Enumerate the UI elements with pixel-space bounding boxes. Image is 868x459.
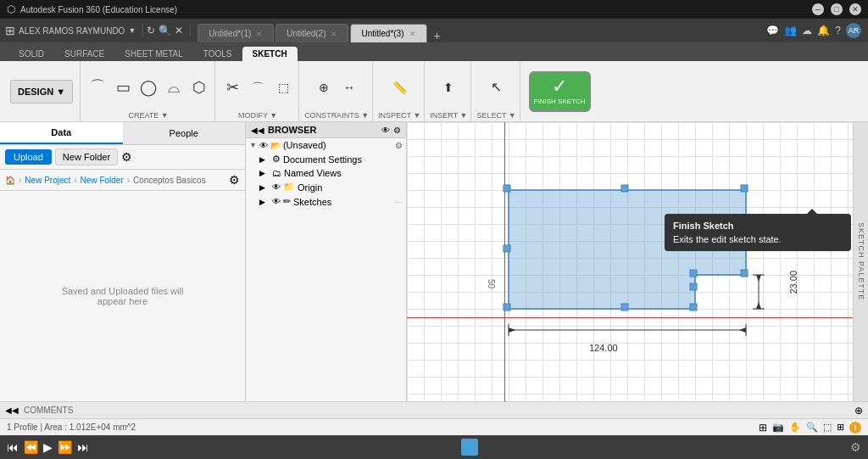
browser-root-item[interactable]: ▼ 👁 📂 (Unsaved) ⚙ (246, 138, 406, 152)
tab-untitled3[interactable]: Untitled*(3) ✕ (350, 24, 426, 42)
tab-surface[interactable]: SURFACE (54, 47, 114, 61)
constraints-label[interactable]: CONSTRAINTS ▼ (304, 109, 369, 120)
svg-marker-5 (739, 327, 746, 333)
tab-untitled2[interactable]: Untitled(2) ✕ (275, 24, 348, 42)
step-back-button[interactable]: ⏪ (24, 440, 38, 454)
coincident-button[interactable]: ⊕ (312, 67, 336, 108)
rectangle-tool-button[interactable]: ▭ (111, 67, 135, 108)
data-tab[interactable]: Data (0, 122, 123, 144)
breadcrumb-folder[interactable]: New Folder (81, 176, 124, 185)
play-button[interactable]: ▶ (43, 440, 53, 454)
zoom-button[interactable]: 🔍 (806, 422, 818, 433)
svg-rect-20 (621, 304, 628, 311)
skip-start-button[interactable]: ⏮ (7, 440, 19, 454)
user-avatar[interactable]: AR (846, 23, 861, 38)
tab-sketch[interactable]: SKETCH (242, 47, 298, 61)
upload-button[interactable]: Upload (5, 149, 52, 165)
browser-eye-button[interactable]: 👁 (381, 126, 390, 135)
finish-sketch-button[interactable]: ✓ FINISH SKETCH (529, 71, 591, 112)
origin-label: Origin (298, 182, 403, 193)
browser-collapse-button2[interactable]: ◀◀ (5, 406, 19, 415)
browser-collapse-button[interactable]: ◀◀ (251, 126, 264, 135)
svg-rect-21 (504, 245, 510, 252)
search-button[interactable]: 🔍 (159, 25, 171, 36)
browser-origin[interactable]: ▶ 👁 📁 Origin (246, 180, 406, 194)
grid-toggle-button[interactable]: ⊞ (759, 422, 767, 434)
home-icon[interactable]: 🏠 (5, 176, 15, 185)
arc-icon: ⌓ (168, 80, 180, 95)
new-tab-button[interactable]: + (429, 29, 446, 42)
finish-sketch-checkmark-icon: ✓ (552, 77, 567, 96)
bell-button[interactable]: 🔔 (817, 23, 830, 38)
line-tool-button[interactable]: ⌒ (86, 67, 109, 108)
step-forward-button[interactable]: ⏩ (58, 440, 72, 454)
playback-bar: ⏮ ⏪ ▶ ⏩ ⏭ ⚙ (0, 435, 868, 459)
coincident-icon: ⊕ (319, 81, 329, 93)
tab-tools[interactable]: TOOLS (193, 47, 242, 61)
settings-icon-button[interactable]: ⚙ (121, 150, 132, 164)
polygon-tool-button[interactable]: ⬡ (187, 67, 211, 108)
user-name[interactable]: ALEX RAMOS RAYMUNDO (19, 26, 125, 36)
minimize-button[interactable]: ─ (812, 3, 824, 15)
pan-button[interactable]: ✋ (789, 422, 801, 433)
timeline-indicator[interactable] (461, 439, 478, 456)
new-folder-button[interactable]: New Folder (55, 148, 118, 165)
status-bar: 1 Profile | Area : 1.012E+04 mm^2 ⊞ 📷 ✋ … (0, 418, 868, 435)
people-tab[interactable]: People (123, 122, 246, 144)
breadcrumb-sep3: › (127, 176, 130, 185)
select-button[interactable]: ↖ (485, 67, 509, 108)
offset-top-label: 50 (487, 279, 496, 288)
circle-tool-button[interactable]: ◯ (136, 67, 160, 108)
display-button[interactable]: ⬚ (823, 422, 832, 433)
modify-label[interactable]: MODIFY ▼ (238, 109, 277, 120)
eye-icon[interactable]: 👁 (272, 182, 281, 192)
browser-settings-button[interactable]: ⚙ (393, 126, 401, 135)
comments-toggle-button[interactable]: ⊕ (854, 405, 863, 417)
timeline-settings-button[interactable]: ⚙ (850, 440, 861, 454)
insert-button[interactable]: ⬆ (437, 67, 460, 108)
tab-close-icon[interactable]: ✕ (331, 30, 337, 38)
inspect-button[interactable]: 📏 (387, 67, 411, 108)
maximize-button[interactable]: □ (831, 3, 843, 15)
tab-untitled1[interactable]: Untitled*(1) ✕ (198, 24, 274, 42)
insert-label[interactable]: INSERT ▼ (430, 109, 467, 120)
warning-icon: ! (849, 422, 861, 434)
canvas-area[interactable]: 124.00 23.00 50 50 Finish Sketch Exits t… (407, 122, 868, 401)
close-nav-button[interactable]: ✕ (175, 25, 183, 36)
eye-icon[interactable]: 👁 (272, 197, 281, 206)
offset-button[interactable]: ⬚ (271, 67, 295, 108)
trim-button[interactable]: ✂ (220, 67, 244, 108)
cloud-button[interactable]: ☁ (802, 23, 812, 38)
user-dropdown-icon[interactable]: ▼ (128, 26, 136, 35)
create-label[interactable]: CREATE ▼ (129, 109, 169, 120)
dimension-button[interactable]: ↔ (337, 67, 361, 108)
design-dropdown[interactable]: DESIGN ▼ (10, 80, 73, 104)
eye-icon[interactable]: 👁 (259, 141, 268, 150)
browser-named-views[interactable]: ▶ 🗂 Named Views (246, 166, 406, 180)
arc-tool-button[interactable]: ⌓ (162, 67, 186, 108)
tab-solid[interactable]: SOLID (8, 47, 54, 61)
select-label[interactable]: SELECT ▼ (476, 109, 515, 120)
folder-settings-button[interactable]: ⚙ (229, 173, 240, 187)
close-button[interactable]: ✕ (849, 3, 861, 15)
notification-button[interactable]: 💬 (766, 23, 779, 38)
browser-root-label: (Unsaved) (283, 140, 392, 150)
help-button[interactable]: ? (835, 23, 841, 38)
refresh-button[interactable]: ↻ (147, 25, 155, 36)
tab-close-icon[interactable]: ✕ (409, 30, 416, 38)
tab-sheet-metal[interactable]: SHEET METAL (114, 47, 193, 61)
browser-sketches[interactable]: ▶ 👁 ✏ Sketches ···· (246, 194, 406, 209)
inspect-label[interactable]: INSPECT ▼ (378, 109, 420, 120)
grid-nav-icon[interactable]: ⊞ (5, 24, 15, 37)
camera-button[interactable]: 📷 (772, 422, 784, 433)
skip-end-button[interactable]: ⏭ (77, 440, 89, 454)
breadcrumb: 🏠 › New Project › New Folder › Conceptos… (0, 170, 245, 191)
browser-title: BROWSER (268, 125, 316, 135)
breadcrumb-project[interactable]: New Project (25, 176, 70, 185)
collab-button[interactable]: 👥 (784, 23, 797, 38)
ribbon-tabs: SOLID SURFACE SHEET METAL TOOLS SKETCH (0, 42, 868, 61)
tab-close-icon[interactable]: ✕ (256, 30, 263, 38)
browser-doc-settings[interactable]: ▶ ⚙ Document Settings (246, 152, 406, 166)
fillet-button[interactable]: ⌒ (246, 67, 270, 108)
grid-display-button[interactable]: ⊞ (837, 422, 844, 433)
